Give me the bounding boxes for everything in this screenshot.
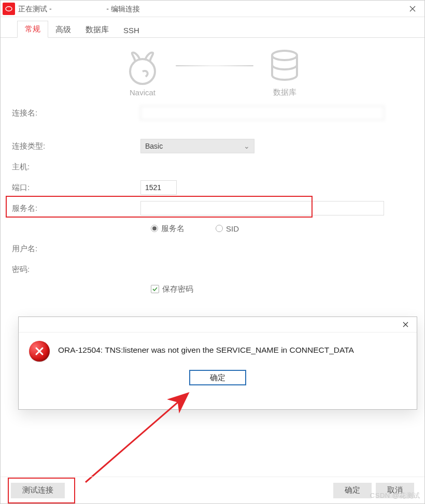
check-icon [152, 286, 158, 292]
tab-label: 常规 [25, 24, 40, 33]
msgbox-titlebar [19, 317, 417, 333]
row-save-password: 保存密码 [11, 280, 414, 298]
content-area: Navicat 数据库 连接名: [1, 38, 424, 298]
radio-service-name[interactable]: 服务名 [151, 224, 185, 234]
tab-database[interactable]: 数据库 [78, 22, 116, 38]
port-label: 端口: [11, 183, 140, 193]
tab-advanced[interactable]: 高级 [48, 22, 78, 38]
radio-dot-icon [151, 225, 158, 232]
connection-name-label: 连接名: [11, 108, 140, 118]
service-name-label: 服务名: [11, 204, 140, 213]
port-input[interactable] [140, 180, 177, 195]
test-connection-highlight: 测试连接 [11, 483, 69, 498]
service-name-input[interactable] [140, 201, 384, 215]
test-connection-label: 测试连接 [22, 485, 53, 494]
radio-sid-label: SID [226, 224, 239, 233]
save-password-checkbox[interactable] [151, 285, 159, 293]
connection-diagram: Navicat 数据库 [11, 48, 414, 97]
svg-point-2 [272, 51, 297, 60]
database-icon [266, 48, 303, 84]
title-connection-name [55, 3, 102, 11]
navicat-icon [122, 49, 163, 85]
close-icon [402, 321, 409, 328]
window-close-button[interactable] [401, 1, 424, 17]
row-port: 端口: [11, 177, 414, 198]
row-host: 主机: [11, 156, 414, 177]
msgbox-body: ORA-12504: TNS:listener was not given th… [19, 333, 417, 370]
chevron-down-icon: ⌄ [244, 142, 250, 150]
diagram-navicat: Navicat [122, 49, 163, 97]
row-username: 用户名: [11, 238, 414, 259]
tab-label: 高级 [55, 25, 71, 34]
form: 连接名: 连接类型: Basic ⌄ 主机: 端口: [11, 103, 414, 298]
tab-label: 数据库 [86, 25, 109, 34]
diagram-left-caption: Navicat [130, 88, 155, 97]
host-input[interactable] [140, 160, 384, 174]
password-label: 密码: [11, 265, 140, 275]
cancel-label: 取消 [387, 485, 403, 494]
msgbox-text: ORA-12504: TNS:listener was not given th… [58, 341, 354, 355]
row-service-sid-radio: 服务名 SID [11, 219, 414, 238]
button-bar: 测试连接 确定 取消 [1, 477, 424, 503]
row-connection-type: 连接类型: Basic ⌄ [11, 136, 414, 156]
diagram-connector [176, 65, 253, 66]
save-password-label: 保存密码 [162, 284, 193, 294]
ok-label: 确定 [345, 485, 360, 494]
tab-ssh[interactable]: SSH [116, 23, 147, 38]
app-icon [3, 3, 15, 15]
cancel-button[interactable]: 取消 [376, 483, 414, 498]
title-suffix: - 编辑连接 [104, 5, 139, 13]
tab-label: SSH [123, 26, 139, 35]
dialog-window: 正在测试 - - 编辑连接 常规 高级 数据库 SSH Navica [0, 0, 425, 504]
connection-type-value: Basic [145, 142, 163, 150]
error-icon [29, 341, 50, 362]
host-label: 主机: [11, 162, 140, 172]
ok-button[interactable]: 确定 [333, 483, 372, 498]
diagram-right-caption: 数据库 [273, 88, 296, 97]
msgbox-ok-button[interactable]: 确定 [189, 370, 246, 385]
radio-service-label: 服务名 [161, 224, 185, 234]
error-message-box: ORA-12504: TNS:listener was not given th… [18, 316, 417, 410]
close-icon [409, 5, 416, 12]
row-password: 密码: [11, 259, 414, 280]
connection-type-label: 连接类型: [11, 141, 140, 151]
titlebar: 正在测试 - - 编辑连接 [1, 1, 424, 17]
msgbox-ok-label: 确定 [210, 373, 225, 382]
radio-dot-icon [216, 225, 223, 232]
connection-name-input[interactable] [140, 106, 384, 120]
username-label: 用户名: [11, 244, 140, 254]
title-prefix: 正在测试 - [18, 5, 53, 13]
msgbox-buttons: 确定 [19, 370, 417, 394]
row-connection-name: 连接名: [11, 103, 414, 123]
username-input[interactable] [140, 241, 244, 256]
tab-bar: 常规 高级 数据库 SSH [1, 20, 424, 38]
row-service-name: 服务名: [11, 198, 414, 219]
msgbox-close-button[interactable] [394, 317, 417, 333]
test-connection-button[interactable]: 测试连接 [11, 483, 65, 498]
connection-type-select[interactable]: Basic ⌄ [140, 139, 254, 153]
diagram-database: 数据库 [266, 48, 303, 97]
svg-point-0 [6, 6, 12, 10]
password-input[interactable] [140, 262, 244, 277]
radio-sid[interactable]: SID [216, 224, 239, 233]
tab-general[interactable]: 常规 [17, 21, 48, 38]
window-title: 正在测试 - - 编辑连接 [18, 3, 140, 14]
